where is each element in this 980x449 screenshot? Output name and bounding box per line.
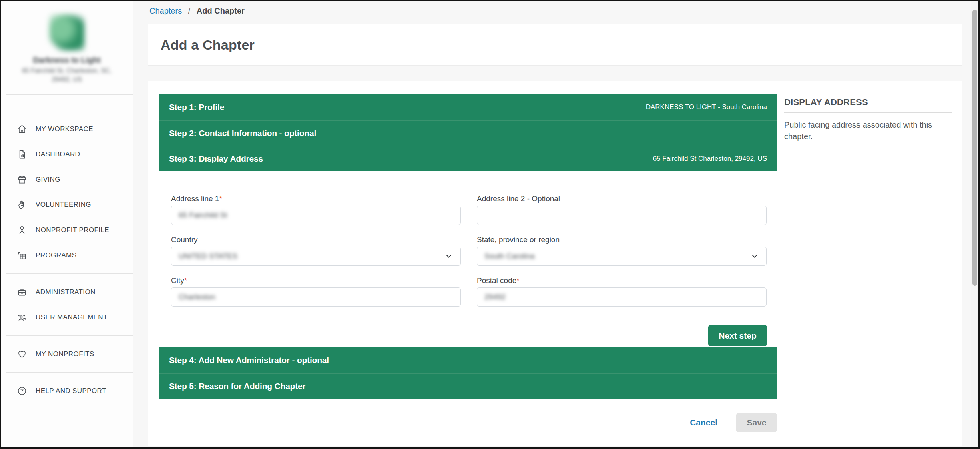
sidebar-item-label: USER MANAGEMENT (36, 313, 108, 321)
step-1-summary: DARKNESS TO LIGHT - South Carolina (646, 103, 767, 111)
scrollbar-thumb[interactable] (972, 10, 977, 286)
address-line-1-field: Address line 1* 65 Fairchild St (171, 194, 461, 225)
next-step-button[interactable]: Next step (708, 325, 767, 346)
state-label: State, province or region (477, 235, 767, 244)
sidebar-item-label: MY NONPROFITS (36, 350, 94, 358)
hand-icon (17, 200, 27, 210)
org-name: Darkness to Light (1, 56, 133, 65)
label-text: Address line 2 - Optional (477, 194, 560, 203)
heart-icon (17, 349, 27, 359)
main-card: Step 1: Profile DARKNESS TO LIGHT - Sout… (148, 81, 962, 446)
postal-code-field: Postal code* 29492 (477, 276, 767, 307)
label-text: Address line 1 (171, 194, 219, 203)
programs-icon (17, 250, 27, 261)
step-3-panel: Address line 1* 65 Fairchild St Address … (159, 171, 777, 341)
save-button[interactable]: Save (736, 413, 777, 432)
address-line-2-input[interactable] (477, 206, 767, 225)
breadcrumb-chapters-link[interactable]: Chapters (149, 6, 182, 15)
sidebar-divider (6, 273, 133, 274)
sidebar: Darkness to Light 65 Fairchild St, Charl… (1, 1, 133, 447)
sidebar-item-user-management[interactable]: USER MANAGEMENT (1, 305, 133, 330)
org-logo (49, 14, 84, 51)
help-panel-divider (784, 112, 952, 113)
sidebar-item-label: PROGRAMS (36, 251, 76, 259)
city-value: Charleston (179, 293, 215, 301)
add-chapter-page: { "breadcrumb": { "parent": "Chapters", … (0, 0, 980, 449)
ribbon-icon (17, 225, 27, 235)
step-4-label: Step 4: Add New Administrator - optional (169, 355, 329, 365)
chevron-down-icon (444, 252, 453, 261)
sidebar-item-giving[interactable]: GIVING (1, 167, 133, 192)
lower-steps: Step 4: Add New Administrator - optional… (159, 347, 777, 399)
required-asterisk: * (219, 194, 222, 203)
country-select[interactable]: UNITED STATES (171, 247, 461, 266)
sidebar-item-volunteering[interactable]: VOLUNTEERING (1, 192, 133, 217)
gift-icon (17, 174, 27, 185)
wizard-accordion: Step 1: Profile DARKNESS TO LIGHT - Sout… (159, 94, 777, 432)
help-panel-body: Public facing address associated with th… (784, 119, 944, 142)
label-text: City (171, 276, 184, 285)
required-asterisk: * (516, 276, 519, 285)
sidebar-item-label: NONPROFIT PROFILE (36, 226, 109, 234)
sidebar-item-my-nonprofits[interactable]: MY NONPROFITS (1, 341, 133, 367)
address-line-1-label: Address line 1* (171, 194, 461, 203)
state-value: South Carolina (484, 252, 535, 261)
city-input[interactable]: Charleston (171, 287, 461, 307)
label-text: Postal code (477, 276, 516, 285)
label-text: Country (171, 235, 198, 244)
org-address: 65 Fairchild St, Charleston, SC, 29492, … (1, 66, 133, 84)
step-2-label: Step 2: Contact Information - optional (169, 128, 316, 138)
vertical-scrollbar[interactable] (971, 1, 978, 447)
state-select[interactable]: South Carolina (477, 247, 767, 266)
org-address-line2: 29492, US (1, 75, 133, 84)
step-3-actions: Next step (171, 325, 767, 346)
step-3-header[interactable]: Step 3: Display Address 65 Fairchild St … (159, 146, 777, 171)
chevron-down-icon (750, 252, 759, 261)
sidebar-divider (6, 335, 133, 336)
country-value: UNITED STATES (179, 252, 237, 261)
city-field: City* Charleston (171, 276, 461, 307)
label-text: State, province or region (477, 235, 560, 244)
postal-code-value: 29492 (484, 293, 506, 301)
sidebar-item-label: ADMINISTRATION (36, 288, 96, 296)
sidebar-item-nonprofit-profile[interactable]: NONPROFIT PROFILE (1, 217, 133, 243)
org-header: Darkness to Light 65 Fairchild St, Charl… (1, 14, 133, 84)
step-4-header[interactable]: Step 4: Add New Administrator - optional (159, 347, 777, 373)
page-title: Add a Chapter (161, 37, 255, 53)
form-footer: Cancel Save (159, 413, 777, 432)
sidebar-item-help-support[interactable]: HELP AND SUPPORT (1, 378, 133, 403)
required-asterisk: * (184, 276, 187, 285)
sidebar-menu: MY WORKSPACE DASHBOARD GIVING VOLUNTEERI… (1, 95, 133, 403)
sidebar-item-label: HELP AND SUPPORT (36, 387, 106, 395)
sidebar-item-my-workspace[interactable]: MY WORKSPACE (1, 116, 133, 142)
org-address-line1: 65 Fairchild St, Charleston, SC, (1, 66, 133, 75)
users-icon (17, 312, 27, 323)
address-line-2-field: Address line 2 - Optional (477, 194, 767, 225)
breadcrumb-current: Add Chapter (197, 6, 245, 15)
step-3-summary: 65 Fairchild St Charleston, 29492, US (653, 155, 767, 163)
step-3-label: Step 3: Display Address (169, 154, 263, 164)
sidebar-item-dashboard[interactable]: DASHBOARD (1, 142, 133, 167)
question-circle-icon (17, 386, 27, 396)
breadcrumb: Chapters / Add Chapter (149, 6, 245, 16)
sidebar-item-programs[interactable]: PROGRAMS (1, 243, 133, 268)
title-card: Add a Chapter (148, 24, 962, 66)
cancel-button[interactable]: Cancel (690, 418, 717, 427)
sidebar-item-label: DASHBOARD (36, 150, 80, 158)
step-1-header[interactable]: Step 1: Profile DARKNESS TO LIGHT - Sout… (159, 94, 777, 120)
step-5-header[interactable]: Step 5: Reason for Adding Chapter (159, 373, 777, 399)
country-label: Country (171, 235, 461, 244)
country-field: Country UNITED STATES (171, 235, 461, 266)
step-2-header[interactable]: Step 2: Contact Information - optional (159, 120, 777, 146)
postal-code-input[interactable]: 29492 (477, 287, 767, 307)
sidebar-item-administration[interactable]: ADMINISTRATION (1, 279, 133, 305)
address-line-1-input[interactable]: 65 Fairchild St (171, 206, 461, 225)
state-field: State, province or region South Carolina (477, 235, 767, 266)
display-address-form: Address line 1* 65 Fairchild St Address … (171, 194, 777, 317)
briefcase-icon (17, 287, 27, 297)
sidebar-item-label: MY WORKSPACE (36, 125, 93, 133)
display-address-help-panel: DISPLAY ADDRESS Public facing address as… (784, 97, 952, 142)
dashboard-icon (17, 149, 27, 160)
help-panel-title: DISPLAY ADDRESS (784, 97, 952, 108)
sidebar-item-label: GIVING (36, 176, 60, 184)
